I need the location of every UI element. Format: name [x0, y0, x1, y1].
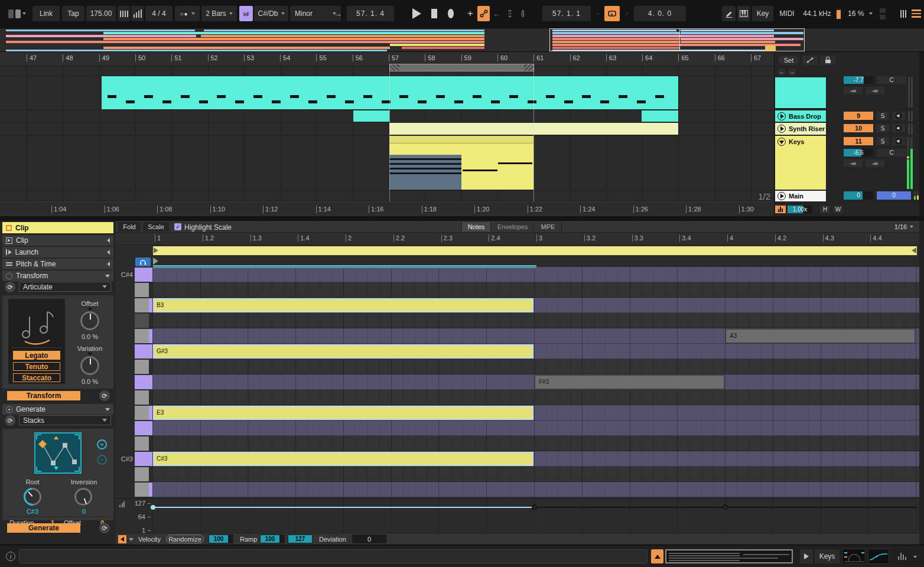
velocity-ramp-line[interactable]	[153, 507, 535, 508]
device-play-button[interactable]	[800, 549, 813, 563]
section-pitch-time[interactable]: Pitch & Time	[2, 259, 113, 269]
loop-brace-right-cap[interactable]	[524, 64, 533, 71]
output-meter-icon[interactable]	[898, 553, 906, 560]
bass-drop-preview-button[interactable]	[892, 112, 905, 120]
quantize-menu[interactable]: 2 Bars	[201, 6, 237, 21]
add-voice-button[interactable]: +	[97, 439, 107, 449]
note-lane-C#4[interactable]	[152, 267, 919, 282]
bar-number[interactable]: 62	[570, 54, 580, 61]
deviation-field[interactable]: 0	[352, 535, 386, 543]
track1-volume-slider[interactable]: -7.7	[844, 76, 873, 84]
midi-note-C#3[interactable]: C#3	[153, 452, 533, 466]
follow-button[interactable]: →	[331, 6, 345, 21]
piano-key-G#3[interactable]	[135, 344, 149, 359]
device-thumbnail[interactable]	[868, 549, 889, 564]
back-to-arrangement-button[interactable]: ←	[491, 6, 503, 21]
time-signature-field[interactable]: 4 / 4	[145, 6, 173, 21]
bar-number[interactable]: 54	[280, 54, 290, 61]
main-pan-slider[interactable]: 0	[877, 191, 911, 200]
tap-tempo-button[interactable]: Tap	[62, 6, 84, 21]
piano-key-A3[interactable]	[135, 329, 149, 343]
loop-length-field[interactable]: 4. 0. 0	[634, 6, 686, 21]
bar-number[interactable]: 48	[63, 54, 73, 61]
piano-key-F#3[interactable]	[135, 375, 149, 389]
main-volume-slider[interactable]: 0	[844, 191, 873, 200]
time-label[interactable]: 1:06	[105, 206, 119, 213]
ramp-to-field[interactable]: 127	[288, 535, 313, 543]
section-transform[interactable]: Transform	[2, 271, 113, 281]
legato-button[interactable]: Legato	[13, 351, 60, 360]
bar-number[interactable]: 50	[135, 54, 145, 61]
velocity-ramp-line[interactable]	[535, 507, 725, 508]
note-lane-A#3[interactable]	[152, 313, 919, 328]
section-launch[interactable]: Launch	[2, 247, 113, 258]
collapse-icon[interactable]	[107, 238, 110, 243]
chevron-down-icon[interactable]	[913, 556, 917, 558]
punch-out-button[interactable]	[621, 6, 633, 21]
piano-key-A#3[interactable]	[135, 314, 149, 328]
synth-riser-track-number[interactable]: 10	[844, 124, 873, 132]
transform-reapply-button[interactable]: ⟳	[99, 390, 110, 401]
root-knob[interactable]	[24, 488, 41, 506]
track-header-synth-riser[interactable]: Synth Riser	[775, 123, 826, 135]
offset-knob[interactable]	[80, 311, 99, 330]
unfold-track-button[interactable]	[777, 125, 786, 133]
metronome-button[interactable]: ○●	[175, 6, 200, 21]
bar-number[interactable]: 61	[533, 54, 544, 61]
arrangement-scrollbar[interactable]	[919, 52, 924, 216]
bar-number[interactable]: 66	[715, 54, 725, 61]
beat-time-ruler[interactable]: 4748495051525354555657585960616263646566…	[0, 52, 774, 66]
bar-number[interactable]: 64	[642, 54, 652, 61]
section-generate[interactable]: Generate	[2, 404, 113, 415]
ramp-from-field[interactable]: 100	[260, 535, 285, 543]
note-lane-D#3[interactable]	[152, 421, 919, 436]
time-label[interactable]: 1:18	[422, 206, 437, 213]
piano-key-D#3[interactable]	[135, 421, 149, 435]
randomize-amount-field[interactable]: 100	[209, 535, 233, 543]
note-lane-C3[interactable]	[152, 467, 919, 482]
variation-knob[interactable]	[80, 356, 99, 375]
set-button[interactable]: Set	[778, 56, 799, 65]
velocity-point[interactable]	[723, 504, 728, 510]
tenuto-button[interactable]: Tenuto	[13, 362, 60, 371]
note-lane-D3[interactable]	[152, 436, 919, 451]
draw-pencil-button[interactable]	[722, 6, 736, 21]
bar-number[interactable]: 67	[751, 54, 761, 61]
keys-send-a[interactable]: -∞	[844, 159, 863, 167]
expand-icon[interactable]	[105, 275, 110, 278]
bar-number[interactable]: 52	[208, 54, 218, 61]
arrangement-position-field[interactable]: 57. 1. 4	[347, 6, 394, 21]
track-header-color-block[interactable]	[775, 77, 826, 108]
scale-root-menu[interactable]: C#/Db	[254, 6, 288, 21]
height-zoom-button[interactable]: H	[820, 206, 830, 213]
keys-solo-button[interactable]: S	[876, 137, 889, 145]
time-label[interactable]: 1:26	[633, 206, 648, 213]
bar-number[interactable]: 47	[27, 54, 37, 61]
bar-number[interactable]: 51	[171, 54, 181, 61]
arrangement-overview[interactable]	[0, 28, 924, 52]
time-label[interactable]: 1:14	[316, 206, 331, 213]
keys-pan-control[interactable]: C	[877, 149, 906, 157]
note-lane-G3[interactable]	[152, 359, 919, 374]
generate-reapply-button[interactable]: ⟳	[99, 523, 110, 533]
velocity-point[interactable]	[532, 504, 537, 510]
next-page-button[interactable]: →	[788, 68, 796, 76]
key-map-button[interactable]: Key	[752, 6, 773, 21]
piano-key-D3[interactable]	[135, 436, 149, 451]
keys-track-number[interactable]: 11	[844, 137, 873, 145]
keys-preview-button[interactable]	[892, 137, 905, 145]
nudge-down-button[interactable]	[118, 6, 130, 21]
midi-indicator[interactable]: MIDI	[775, 6, 799, 21]
arrangement-clip[interactable]	[102, 76, 678, 109]
loop-switch[interactable]	[604, 6, 620, 21]
computer-midi-keyboard-button[interactable]	[737, 6, 750, 21]
arrangement-clip[interactable]	[642, 110, 678, 122]
device-thumbnail[interactable]	[842, 549, 866, 564]
arrangement-clip[interactable]	[389, 136, 533, 190]
piano-key-C3[interactable]	[135, 467, 149, 481]
synth-riser-preview-button[interactable]	[892, 124, 905, 132]
nudge-up-button[interactable]	[131, 6, 144, 21]
bar-number[interactable]: 65	[678, 54, 688, 61]
time-ruler[interactable]: 1:041:061:081:101:121:141:161:181:201:22…	[0, 201, 774, 216]
transform-refresh-button[interactable]: ⟳	[5, 282, 15, 292]
